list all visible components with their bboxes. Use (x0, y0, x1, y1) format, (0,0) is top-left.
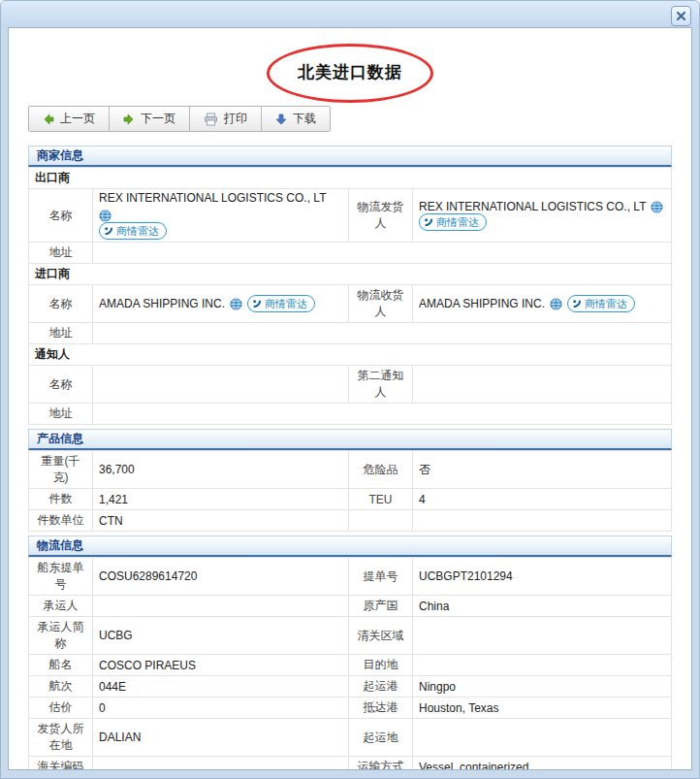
title-area: 北美进口数据 (9, 28, 691, 106)
close-button[interactable] (671, 6, 691, 26)
table-row: 估价 0 抵达港 Houston, Texas (29, 698, 672, 719)
globe-icon[interactable] (230, 298, 242, 310)
destination-value (413, 655, 672, 676)
radar-icon (104, 226, 113, 236)
bl-label: 提单号 (349, 558, 413, 596)
valuation-value: 0 (93, 698, 349, 719)
logistics-section-header: 物流信息 (28, 536, 672, 557)
vessel-value: COSCO PIRAEUS (93, 655, 349, 676)
second-notify-label: 第二通知人 (349, 366, 413, 404)
table-row: 承运人简称 UCBG 清关区域 (29, 617, 672, 655)
clearance-area-value (413, 617, 672, 655)
notify-subheader: 通知人 (29, 344, 672, 366)
destination-label: 目的地 (349, 655, 413, 676)
radar-badge-label: 商情雷达 (585, 297, 627, 311)
download-label: 下载 (293, 111, 316, 127)
prev-page-label: 上一页 (60, 111, 95, 127)
next-page-button[interactable]: 下一页 (110, 107, 190, 131)
notify-address-label: 地址 (29, 404, 93, 425)
vessel-label: 船名 (29, 655, 93, 676)
arrival-port-label: 抵达港 (349, 698, 413, 719)
radar-icon (424, 217, 433, 227)
radar-badge-label: 商情雷达 (265, 297, 307, 311)
table-row: 名称 REX INTERNATIONAL LOGISTICS CO., LT 商… (29, 189, 672, 243)
section-logistics: 物流信息 船东提单号 COSU6289614720 提单号 UCBGPT2101… (28, 536, 672, 770)
globe-icon[interactable] (651, 201, 663, 213)
arrow-left-icon (43, 114, 54, 125)
importer-address-value (93, 323, 672, 344)
table-row: 件数 1,421 TEU 4 (29, 489, 672, 510)
radar-badge[interactable]: 商情雷达 (419, 213, 487, 231)
merchant-section-header: 商家信息 (28, 146, 672, 167)
table-row: 重量(千克) 36,700 危险品 否 (29, 451, 672, 489)
globe-icon[interactable] (99, 210, 111, 222)
print-label: 打印 (224, 111, 247, 127)
download-button[interactable]: 下载 (262, 107, 330, 131)
importer-name-label: 名称 (29, 285, 93, 323)
place-of-departure-value (413, 719, 672, 757)
transport-mode-label: 运输方式 (349, 757, 413, 771)
toolbar: 上一页 下一页 打印 下载 (28, 106, 331, 132)
radar-icon (252, 299, 262, 308)
arrow-right-icon (123, 114, 135, 125)
radar-badge[interactable]: 商情雷达 (567, 295, 635, 312)
exporter-name-label: 名称 (29, 189, 93, 243)
exporter-name-value: REX INTERNATIONAL LOGISTICS CO., LT (99, 191, 326, 205)
next-page-label: 下一页 (141, 111, 175, 127)
table-row: 件数单位 CTN (29, 510, 672, 532)
table-row: 地址 (29, 404, 672, 425)
carrier-value (93, 596, 349, 617)
transport-mode-value: Vessel, containerized (413, 757, 672, 771)
shipper-location-value: DALIAN (93, 719, 349, 757)
table-row: 地址 (29, 323, 672, 344)
clearance-area-label: 清关区域 (349, 617, 413, 655)
window-titlebar (1, 1, 699, 27)
unit-value: CTN (93, 510, 349, 532)
print-button[interactable]: 打印 (190, 107, 262, 131)
section-merchant: 商家信息 出口商 名称 REX INTERNATIONAL LOGISTICS … (28, 146, 672, 425)
product-section-header: 产品信息 (28, 429, 672, 450)
logistics-consignee-value: AMADA SHIPPING INC. (419, 297, 545, 310)
origin-country-label: 原产国 (349, 596, 413, 617)
valuation-label: 估价 (29, 698, 93, 719)
radar-icon (572, 299, 582, 308)
carrier-label: 承运人 (29, 596, 93, 617)
importer-subheader: 进口商 (29, 264, 672, 285)
radar-badge[interactable]: 商情雷达 (247, 295, 315, 312)
table-row: 名称 第二通知人 (29, 366, 672, 404)
printer-icon (204, 113, 218, 126)
pieces-label: 件数 (29, 489, 93, 510)
master-bl-label: 船东提单号 (29, 558, 93, 596)
port-of-loading-value: Ningpo (413, 676, 672, 698)
radar-badge-label: 商情雷达 (436, 215, 479, 230)
logistics-shipper-value: REX INTERNATIONAL LOGISTICS CO., LT (419, 200, 646, 213)
teu-value: 4 (413, 489, 672, 510)
table-row: 航次 044E 起运港 Ningpo (29, 676, 672, 698)
teu-label: TEU (349, 489, 413, 510)
radar-badge-label: 商情雷达 (116, 224, 159, 239)
exporter-address-value (93, 243, 672, 264)
carrier-code-value: UCBG (93, 617, 349, 655)
hazmat-value: 否 (413, 451, 672, 489)
bl-value: UCBGPT2101294 (413, 558, 672, 596)
pieces-value: 1,421 (93, 489, 349, 510)
close-icon (676, 11, 686, 21)
table-row: 地址 (29, 243, 672, 264)
modal-window: 北美进口数据 上一页 下一页 打印 下载 商家信息 (0, 0, 700, 779)
table-row: 船名 COSCO PIRAEUS 目的地 (29, 655, 672, 676)
table-row: 名称 AMADA SHIPPING INC. 商情雷达 物流收货人 (29, 285, 672, 323)
origin-country-value: China (413, 596, 672, 617)
customs-code-value (93, 757, 349, 771)
prev-page-button[interactable]: 上一页 (29, 107, 110, 131)
section-product: 产品信息 重量(千克) 36,700 危险品 否 件数 1,421 TEU 4 … (28, 429, 672, 532)
page-title: 北美进口数据 (9, 61, 691, 83)
notify-name-label: 名称 (29, 366, 93, 404)
weight-value: 36,700 (93, 451, 349, 489)
logistics-shipper-label: 物流发货人 (349, 189, 413, 243)
radar-badge[interactable]: 商情雷达 (99, 222, 167, 240)
globe-icon[interactable] (550, 298, 562, 310)
window-body: 北美进口数据 上一页 下一页 打印 下载 商家信息 (8, 27, 692, 770)
logistics-consignee-label: 物流收货人 (349, 285, 413, 323)
importer-address-label: 地址 (29, 323, 93, 344)
table-row: 船东提单号 COSU6289614720 提单号 UCBGPT2101294 (29, 558, 672, 596)
